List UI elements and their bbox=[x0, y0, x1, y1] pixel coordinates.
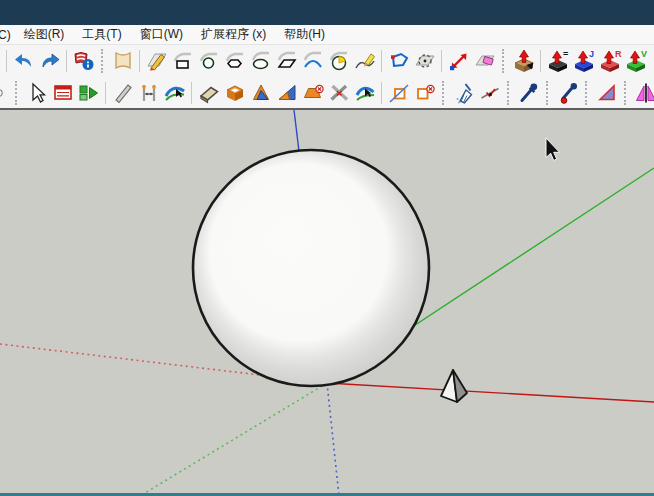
pushpull-j-icon[interactable]: J bbox=[571, 49, 596, 74]
toolbar-handle[interactable] bbox=[442, 81, 446, 105]
svg-text:J: J bbox=[589, 49, 594, 59]
pyramid-model[interactable] bbox=[441, 370, 467, 402]
partial-circle-icon[interactable] bbox=[0, 80, 10, 105]
select-tool-icon[interactable] bbox=[24, 80, 49, 105]
pencil-edit-icon[interactable] bbox=[144, 49, 169, 74]
triangle-tool-icon[interactable] bbox=[274, 80, 299, 105]
arc-tool-icon[interactable] bbox=[300, 49, 325, 74]
rectangle-tool-icon[interactable] bbox=[170, 49, 195, 74]
menu-tools[interactable]: 工具(T) bbox=[73, 26, 130, 43]
freehand-tool-icon[interactable] bbox=[352, 49, 377, 74]
clean-broom-icon[interactable] bbox=[451, 80, 476, 105]
menu-bar: C) 绘图(R) 工具(T) 窗口(W) 扩展程序 (x) 帮助(H) bbox=[0, 25, 654, 45]
pushpull-equal-icon[interactable]: = bbox=[545, 49, 570, 74]
rotated-rectangle-tool-icon[interactable] bbox=[274, 49, 299, 74]
report-info-icon[interactable] bbox=[71, 49, 96, 74]
surface-tool-icon[interactable] bbox=[412, 49, 437, 74]
polyline-tool-icon[interactable] bbox=[386, 49, 411, 74]
dimension-tool-icon[interactable] bbox=[136, 80, 161, 105]
separator bbox=[191, 82, 192, 104]
move-scale-icon[interactable] bbox=[446, 49, 471, 74]
undo-icon[interactable] bbox=[11, 49, 36, 74]
pushpull-r-icon[interactable]: R bbox=[597, 49, 622, 74]
svg-text:=: = bbox=[563, 49, 568, 59]
component-play-icon[interactable] bbox=[76, 80, 101, 105]
eyedropper-sample-icon[interactable] bbox=[555, 80, 580, 105]
eraser-tool-icon[interactable] bbox=[196, 80, 221, 105]
separator bbox=[381, 50, 382, 72]
separator bbox=[540, 50, 541, 72]
sandbox-flip-tool-icon[interactable] bbox=[162, 80, 187, 105]
pushpull-tan-icon[interactable] bbox=[511, 49, 536, 74]
sphere-model[interactable] bbox=[193, 150, 429, 386]
menu-window[interactable]: 窗口(W) bbox=[131, 26, 192, 43]
separator bbox=[139, 50, 140, 72]
toolbar-handle[interactable] bbox=[585, 81, 589, 105]
trapezoid-delete-tool-icon[interactable] bbox=[300, 80, 325, 105]
paint-face-tool-icon[interactable] bbox=[222, 80, 247, 105]
eyedropper-icon[interactable] bbox=[516, 80, 541, 105]
title-bar bbox=[0, 0, 654, 25]
toolbar-handle[interactable] bbox=[546, 81, 550, 105]
axis-blue-dotted bbox=[327, 383, 339, 493]
check-line-icon[interactable] bbox=[477, 80, 502, 105]
polygon-tool-icon[interactable] bbox=[222, 49, 247, 74]
section-delete-tool-icon[interactable] bbox=[412, 80, 437, 105]
separator bbox=[441, 50, 442, 72]
cone-tool-icon[interactable] bbox=[248, 80, 273, 105]
pushpull-v-icon[interactable]: V bbox=[623, 49, 648, 74]
knife-tool-icon[interactable] bbox=[326, 80, 351, 105]
menu-help[interactable]: 帮助(H) bbox=[275, 26, 334, 43]
separator bbox=[105, 82, 106, 104]
model-canvas[interactable] bbox=[0, 110, 654, 493]
separator bbox=[381, 82, 382, 104]
section-line-tool-icon[interactable] bbox=[386, 80, 411, 105]
model-viewport[interactable] bbox=[0, 110, 654, 493]
menu-extensions[interactable]: 扩展程序 (x) bbox=[192, 26, 275, 43]
toolbar-handle[interactable] bbox=[507, 81, 511, 105]
axis-green-dotted bbox=[140, 383, 327, 493]
mouse-cursor bbox=[546, 138, 560, 161]
circle-tool-icon[interactable] bbox=[196, 49, 221, 74]
toolbar-row-1: = J R V bbox=[0, 45, 654, 77]
curve-flip-tool-icon[interactable] bbox=[352, 80, 377, 105]
toolbar-row-2 bbox=[0, 77, 654, 110]
paper-icon[interactable] bbox=[110, 49, 135, 74]
skin-tool-icon[interactable] bbox=[594, 80, 619, 105]
toolbar-handle[interactable] bbox=[15, 81, 19, 105]
line-tool-icon[interactable] bbox=[110, 80, 135, 105]
separator bbox=[66, 50, 67, 72]
entity-info-icon[interactable] bbox=[50, 80, 75, 105]
pie-tool-icon[interactable] bbox=[326, 49, 351, 74]
menu-draw[interactable]: 绘图(R) bbox=[15, 26, 74, 43]
mirror-tool-icon[interactable] bbox=[633, 80, 654, 105]
toolbar-handle[interactable] bbox=[624, 81, 628, 105]
ellipse-tool-icon[interactable] bbox=[248, 49, 273, 74]
redo-icon[interactable] bbox=[37, 49, 62, 74]
toolbar-handle[interactable] bbox=[502, 49, 506, 73]
menu-camera-partial[interactable]: C) bbox=[0, 28, 15, 42]
svg-text:V: V bbox=[641, 49, 647, 59]
svg-text:R: R bbox=[615, 49, 622, 59]
toolbar-handle[interactable] bbox=[101, 49, 105, 73]
separator bbox=[6, 50, 7, 72]
axis-red-solid bbox=[327, 383, 654, 402]
eraser-pink-icon[interactable] bbox=[472, 49, 497, 74]
